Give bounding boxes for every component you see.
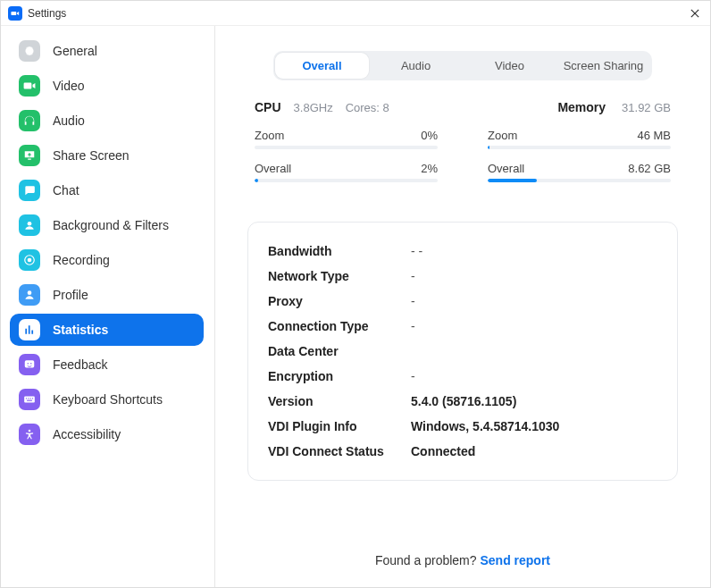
- svg-point-5: [27, 363, 29, 365]
- sidebar-item-accessibility[interactable]: Accessibility: [10, 418, 204, 450]
- close-icon: [690, 9, 699, 18]
- svg-rect-7: [24, 397, 35, 403]
- memory-overall-meter: Overall 8.62 GB: [488, 162, 671, 182]
- meter-value: 46 MB: [637, 129, 671, 142]
- memory-title: Memory: [557, 100, 606, 114]
- info-row-proxy: Proxy -: [268, 289, 657, 314]
- svg-point-13: [29, 430, 31, 433]
- cpu-clock: 3.8GHz: [294, 101, 333, 114]
- cpu-title: CPU: [255, 100, 281, 114]
- meter-value: 2%: [421, 162, 438, 175]
- sidebar-item-statistics[interactable]: Statistics: [10, 314, 204, 346]
- sidebar-item-general[interactable]: General: [10, 35, 204, 67]
- tab-screen-sharing[interactable]: Screen Sharing: [556, 53, 650, 79]
- chat-icon: [19, 180, 40, 201]
- tab-audio[interactable]: Audio: [369, 53, 463, 79]
- sidebar-item-label: Keyboard Shortcuts: [53, 392, 163, 407]
- info-row-network-type: Network Type -: [268, 264, 657, 289]
- gear-icon: [19, 40, 40, 62]
- sidebar-item-video[interactable]: Video: [10, 70, 204, 102]
- connection-info-card: Bandwidth - - Network Type - Proxy - Con…: [247, 222, 678, 481]
- meter-value: 0%: [421, 129, 438, 142]
- info-row-version: Version 5.4.0 (58716.1105): [268, 389, 657, 414]
- feedback-icon: [19, 354, 40, 375]
- tab-overall[interactable]: Overall: [275, 53, 369, 79]
- cpu-zoom-meter: Zoom 0%: [255, 129, 438, 149]
- zoom-app-icon: [8, 6, 22, 21]
- statistics-panel: Overall Audio Video Screen Sharing CPU 3…: [215, 26, 710, 587]
- sidebar-item-label: Recording: [53, 253, 110, 267]
- video-icon: [19, 75, 40, 97]
- share-screen-icon: [19, 145, 40, 166]
- sidebar-item-label: Accessibility: [53, 427, 121, 441]
- sidebar-item-label: Statistics: [53, 323, 108, 337]
- svg-rect-12: [27, 400, 32, 401]
- statistics-icon: [19, 319, 40, 340]
- svg-point-6: [30, 363, 32, 365]
- memory-total: 31.92 GB: [622, 101, 671, 114]
- cpu-overall-meter: Overall 2%: [255, 162, 438, 182]
- memory-section: Memory 31.92 GB Zoom 46 MB Overall 8: [488, 100, 671, 195]
- stats-tabbar: Overall Audio Video Screen Sharing: [273, 51, 652, 80]
- titlebar: Settings: [1, 1, 710, 26]
- sidebar-item-profile[interactable]: Profile: [10, 279, 204, 311]
- svg-rect-10: [30, 398, 31, 399]
- sidebar-item-label: Profile: [53, 288, 88, 302]
- svg-rect-11: [32, 398, 33, 399]
- settings-sidebar: General Video Audio Share Screen Chat Ba…: [1, 26, 215, 587]
- info-row-bandwidth: Bandwidth - -: [268, 239, 657, 264]
- svg-point-2: [28, 258, 32, 263]
- keyboard-icon: [19, 389, 40, 410]
- cpu-cores: Cores: 8: [346, 101, 389, 114]
- accessibility-icon: [19, 424, 40, 445]
- footer-prompt: Found a problem?: [375, 553, 481, 567]
- sidebar-item-recording[interactable]: Recording: [10, 244, 204, 276]
- meter-label: Overall: [488, 162, 524, 175]
- sidebar-item-label: General: [53, 44, 97, 58]
- svg-rect-9: [28, 398, 29, 399]
- sidebar-item-label: Feedback: [53, 357, 107, 372]
- recording-icon: [19, 249, 40, 271]
- meter-label: Zoom: [488, 129, 517, 142]
- meter-label: Zoom: [255, 129, 284, 142]
- info-row-connection-type: Connection Type -: [268, 314, 657, 339]
- tab-video[interactable]: Video: [463, 53, 556, 79]
- svg-point-3: [28, 290, 32, 295]
- svg-rect-8: [26, 398, 27, 399]
- sidebar-item-keyboard-shortcuts[interactable]: Keyboard Shortcuts: [10, 383, 204, 416]
- cpu-section: CPU 3.8GHz Cores: 8 Zoom 0% Overall: [255, 100, 438, 195]
- window-title: Settings: [28, 7, 66, 20]
- sidebar-item-audio[interactable]: Audio: [10, 105, 204, 137]
- close-button[interactable]: [687, 5, 703, 21]
- footer: Found a problem? Send report: [247, 535, 678, 571]
- sidebar-item-label: Chat: [53, 183, 79, 197]
- background-filters-icon: [19, 214, 40, 236]
- meter-value: 8.62 GB: [628, 162, 671, 175]
- send-report-link[interactable]: Send report: [480, 553, 550, 567]
- info-row-encryption: Encryption -: [268, 364, 657, 389]
- meter-label: Overall: [255, 162, 291, 175]
- sidebar-item-label: Audio: [53, 113, 85, 128]
- sidebar-item-chat[interactable]: Chat: [10, 174, 204, 206]
- headphones-icon: [19, 110, 40, 131]
- profile-icon: [19, 284, 40, 306]
- svg-point-0: [28, 222, 32, 226]
- info-row-vdi-plugin: VDI Plugin Info Windows, 5.4.58714.1030: [268, 414, 657, 439]
- sidebar-item-background-filters[interactable]: Background & Filters: [10, 209, 204, 241]
- sidebar-item-label: Share Screen: [53, 148, 130, 163]
- memory-zoom-meter: Zoom 46 MB: [488, 129, 671, 149]
- info-row-vdi-connect-status: VDI Connect Status Connected: [268, 439, 657, 464]
- sidebar-item-label: Background & Filters: [53, 218, 169, 232]
- info-row-data-center: Data Center: [268, 339, 657, 364]
- sidebar-item-feedback[interactable]: Feedback: [10, 349, 204, 381]
- sidebar-item-share-screen[interactable]: Share Screen: [10, 139, 204, 172]
- sidebar-item-label: Video: [53, 79, 85, 93]
